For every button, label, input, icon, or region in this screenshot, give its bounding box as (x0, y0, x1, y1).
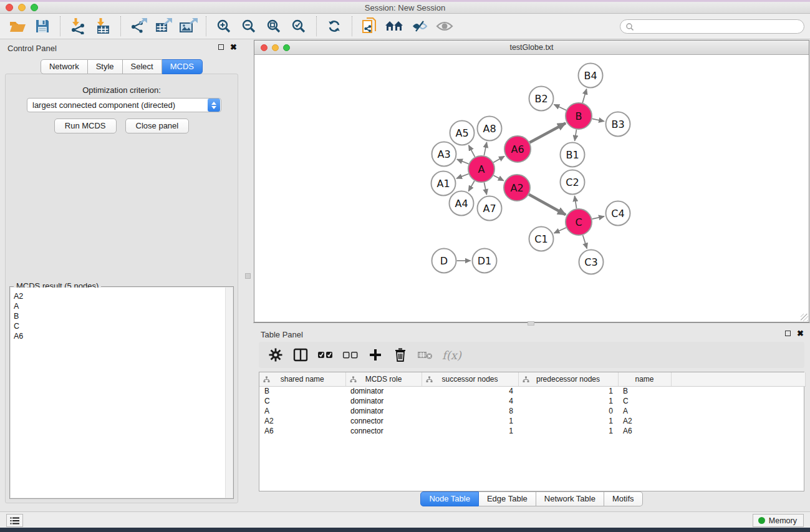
tab-motifs[interactable]: Motifs (604, 491, 643, 506)
refresh-icon[interactable] (324, 16, 345, 36)
node-C4[interactable]: C4 (606, 201, 630, 226)
save-session-icon[interactable] (32, 16, 53, 36)
tab-network-table[interactable]: Network Table (536, 491, 604, 506)
tab-network[interactable]: Network (41, 59, 88, 74)
table-cell[interactable]: dominator (345, 386, 422, 396)
table-cell[interactable]: A (618, 406, 671, 416)
edge-A-A7[interactable] (484, 183, 486, 195)
table-cell[interactable]: A2 (259, 416, 345, 426)
zoom-fit-icon[interactable] (263, 16, 284, 36)
result-scrollbar[interactable] (225, 288, 233, 498)
edge-A-A8[interactable] (484, 142, 486, 155)
table-cell[interactable] (671, 396, 805, 406)
table-cell[interactable]: C (259, 396, 345, 406)
table-cell[interactable] (671, 386, 805, 396)
tab-style[interactable]: Style (88, 59, 123, 74)
table-cell[interactable]: 8 (422, 406, 518, 416)
table-cell[interactable]: B (259, 386, 345, 396)
float-panel-icon[interactable] (218, 44, 224, 50)
import-table-icon[interactable] (92, 16, 113, 36)
select-all-checkboxes-icon[interactable] (317, 347, 334, 363)
splitter-handle[interactable] (245, 273, 251, 279)
node-A5[interactable]: A5 (450, 121, 475, 145)
vertical-splitter[interactable] (243, 39, 253, 511)
result-item[interactable]: A2 (14, 291, 225, 301)
hide-selected-eye-icon[interactable] (409, 16, 430, 36)
float-panel-icon[interactable] (785, 331, 791, 336)
node-C1[interactable]: C1 (529, 227, 554, 251)
network-window-titlebar[interactable]: testGlobe.txt (254, 41, 809, 55)
splitter-handle[interactable] (528, 321, 534, 326)
show-selected-eye-icon[interactable] (434, 16, 455, 36)
edge-B-B4[interactable] (582, 89, 587, 103)
window-resize-grip[interactable] (801, 314, 808, 321)
table-cell[interactable]: 1 (518, 386, 618, 396)
table-cell[interactable]: A (259, 406, 345, 416)
edge-C-C1[interactable] (554, 228, 566, 233)
node-C2[interactable]: C2 (561, 170, 585, 195)
edge-B-B1[interactable] (575, 130, 577, 141)
node-B[interactable]: B (566, 103, 592, 129)
table-cell[interactable] (671, 426, 805, 436)
deselect-all-checkboxes-icon[interactable] (342, 347, 359, 363)
edge-A-A4[interactable] (468, 181, 475, 191)
table-cell[interactable]: C (618, 396, 671, 406)
table-cell[interactable] (671, 406, 805, 416)
table-row[interactable]: A2connector11A2 (259, 416, 805, 426)
run-mcds-button[interactable]: Run MCDS (54, 118, 117, 133)
search-input[interactable] (620, 19, 804, 34)
export-network-icon[interactable] (128, 16, 149, 36)
edge-C-C2[interactable] (575, 196, 577, 208)
table-cell[interactable]: A6 (259, 426, 345, 436)
node-C[interactable]: C (566, 209, 592, 235)
node-B2[interactable]: B2 (529, 87, 554, 111)
tab-mcds[interactable]: MCDS (162, 59, 203, 74)
show-all-networks-icon[interactable] (384, 16, 405, 36)
node-A1[interactable]: A1 (432, 172, 456, 196)
table-cell[interactable]: 4 (422, 396, 518, 406)
column-header-shared-name[interactable]: shared name (259, 372, 345, 386)
table-cell[interactable]: A2 (618, 416, 671, 426)
add-column-icon[interactable] (367, 347, 383, 363)
table-cell[interactable]: connector (345, 426, 422, 436)
table-cell[interactable] (671, 416, 805, 426)
edge-A6-B[interactable] (529, 123, 566, 142)
zoom-out-icon[interactable] (238, 16, 259, 36)
tab-select[interactable]: Select (123, 59, 162, 74)
node-A6[interactable]: A6 (504, 136, 531, 162)
result-item[interactable]: A6 (14, 331, 225, 341)
table-cell[interactable]: 4 (422, 386, 518, 396)
result-item[interactable]: B (14, 311, 225, 321)
edge-A-A5[interactable] (469, 145, 475, 157)
zoom-in-icon[interactable] (213, 16, 234, 36)
table-row[interactable]: Bdominator41B (259, 386, 805, 396)
tab-edge-table[interactable]: Edge Table (479, 491, 536, 506)
node-A3[interactable]: A3 (432, 142, 456, 167)
zoom-selected-icon[interactable] (288, 16, 309, 36)
table-cell[interactable]: dominator (345, 406, 422, 416)
node-A[interactable]: A (468, 156, 494, 182)
memory-button[interactable]: Memory (753, 514, 804, 527)
task-history-button[interactable] (6, 514, 23, 527)
export-image-icon[interactable] (178, 16, 199, 36)
network-canvas[interactable]: B4B2BB3A8A5A6A3B1AC2A1A2A4A7C4CC1DD1C3 (254, 55, 809, 322)
delete-column-icon[interactable] (392, 347, 408, 363)
table-cell[interactable]: 1 (518, 416, 618, 426)
edge-A-A3[interactable] (457, 159, 469, 163)
edge-B-B3[interactable] (592, 118, 605, 121)
table-cell[interactable]: connector (345, 416, 422, 426)
close-panel-icon[interactable]: ✖ (797, 331, 804, 336)
table-row[interactable]: Cdominator41C (259, 396, 805, 406)
node-D[interactable]: D (432, 249, 456, 273)
table-cell[interactable]: 1 (518, 396, 618, 406)
node-D1[interactable]: D1 (473, 249, 497, 273)
close-panel-button[interactable]: Close panel (125, 118, 190, 133)
node-B4[interactable]: B4 (579, 64, 603, 88)
edge-C-C3[interactable] (583, 235, 587, 249)
node-A8[interactable]: A8 (478, 117, 502, 141)
node-A2[interactable]: A2 (504, 175, 530, 201)
node-B3[interactable]: B3 (606, 112, 630, 137)
import-network-icon[interactable] (67, 16, 89, 36)
close-panel-icon[interactable]: ✖ (230, 44, 237, 50)
edge-A-A2[interactable] (494, 175, 504, 181)
